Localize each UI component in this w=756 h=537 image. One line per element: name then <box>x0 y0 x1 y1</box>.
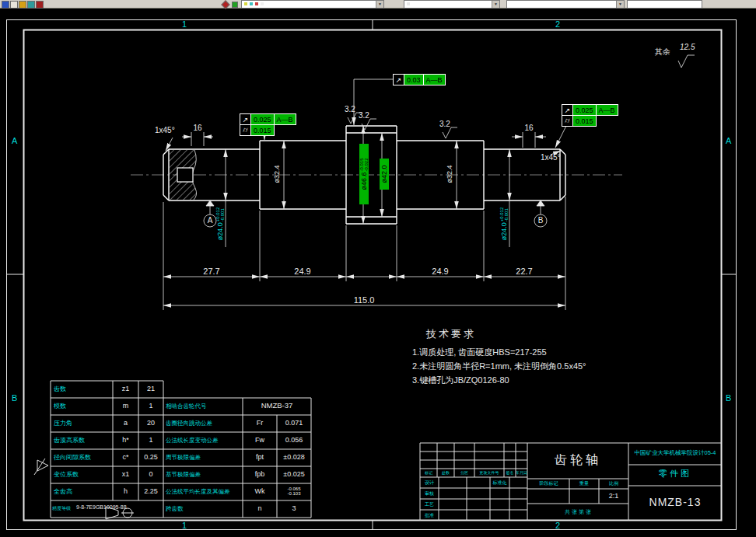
gdt-value: 0.03 <box>404 75 424 85</box>
layer-on-icon <box>244 2 247 5</box>
color-swatch-icon[interactable] <box>232 2 238 8</box>
param-sym: fpt <box>243 454 277 461</box>
cylindricity-icon: ⌭ <box>562 116 573 126</box>
roughness-gear-2: 3.2 <box>359 112 369 120</box>
dim-dia24-left: ø24.0 +0.012-0.001 <box>215 196 225 252</box>
dim-text: ø42.0 <box>381 166 388 183</box>
doc-type-label: 零件图 <box>630 469 720 478</box>
zone-label-top-2: 2 <box>555 20 560 29</box>
sig-design-label: 设计 <box>420 480 439 485</box>
param-val: 20 <box>138 420 163 427</box>
param-name: 模数 <box>54 403 66 410</box>
param-sym: c* <box>113 454 138 461</box>
roughness-rest-label: 其余 <box>655 48 670 56</box>
chevron-down-icon[interactable]: ▼ <box>376 1 383 8</box>
lower-dev: -0.103 <box>277 491 311 496</box>
layer-lock-icon <box>255 2 258 5</box>
param-name: 公法线平均长度及其偏差 <box>166 489 230 495</box>
gdt-frame-right-2: ⌭ 0.015 <box>562 115 597 127</box>
param-name: 变位系数 <box>54 472 79 478</box>
sig-standard-label: 标准化 <box>490 480 509 485</box>
drawing-number: NMZB-13 <box>630 497 720 507</box>
param-name: 相啮合齿轮代号 <box>166 403 207 410</box>
gdt-value: 0.025 <box>251 114 275 124</box>
param-name: 齿数 <box>54 386 66 392</box>
param-name: 跨齿数 <box>166 506 184 512</box>
param-sym: Wk <box>243 488 277 495</box>
param-sym: z1 <box>113 385 138 392</box>
dim-lower-tol: -0.001 <box>504 207 509 222</box>
weight-label: 重量 <box>570 481 598 486</box>
dim-dia42: ø42.0 <box>380 159 389 190</box>
runout-icon: ↗ <box>394 75 404 85</box>
roughness-rest-value: 12.5 <box>680 44 695 51</box>
param-sym: h* <box>113 437 138 444</box>
dim-text: ø32.4 <box>446 166 453 183</box>
param-val: 3 <box>277 505 311 512</box>
roughness-gear-1: 3.2 <box>345 106 355 113</box>
zone-label-right-b: B <box>726 394 731 403</box>
sig-approve-label: 批准 <box>420 513 439 518</box>
rev-header-sign: 签名 <box>504 471 516 475</box>
dim-dia32-left: ø32.4 <box>272 160 282 188</box>
datum-label-a: A <box>205 217 215 225</box>
gdt-datum-ref: A—B <box>597 105 618 115</box>
param-name: 周节极限偏差 <box>166 455 201 461</box>
dim-lower-tol: -0.001 <box>220 207 225 222</box>
param-name: 齿圈径向跳动公差 <box>166 420 212 427</box>
chamfer-right-label: 1x45° <box>541 154 561 162</box>
param-name: 公法线长度变动公差 <box>166 438 219 444</box>
rev-header-count: 处数 <box>437 471 454 475</box>
keyway-length-right: 16 <box>520 124 538 132</box>
dim-len-27-7: 27.7 <box>196 267 227 276</box>
param-val: 2.25 <box>138 488 163 495</box>
chevron-down-icon[interactable]: ▼ <box>616 1 624 8</box>
param-val: 1 <box>138 403 163 410</box>
runout-icon: ↗ <box>562 105 573 115</box>
param-sym: a <box>113 420 138 427</box>
rev-header-date: 年月日 <box>516 471 527 475</box>
param-name: 压力角 <box>54 420 72 427</box>
param-val: 0 <box>138 471 163 478</box>
rev-header-mark: 标记 <box>420 471 437 475</box>
gdt-value: 0.015 <box>251 125 274 135</box>
gdt-value: 0.025 <box>573 105 597 115</box>
bylayer-color-icon <box>407 2 410 5</box>
param-sym: Fr <box>243 420 277 427</box>
dim-text: ø32.4 <box>274 166 281 183</box>
dim-text: ø24.0 <box>501 222 508 240</box>
param-sym: n <box>243 505 277 512</box>
layer-color-icon <box>261 2 264 5</box>
param-val: 1 <box>138 437 163 444</box>
param-name: 径向间隙系数 <box>54 455 91 461</box>
scale-value: 2:1 <box>600 493 628 500</box>
dim-len-24-9-left: 24.9 <box>287 267 318 276</box>
param-sym: x1 <box>113 471 138 478</box>
runout-icon: ↗ <box>240 114 251 124</box>
param-val: 0.056 <box>277 437 311 444</box>
rev-header-zone: 分区 <box>454 471 474 475</box>
rev-header-doc-no: 更改文件号 <box>474 471 504 475</box>
dim-dia32-right: ø32.4 <box>445 160 454 188</box>
tech-req-item-1: 1.调质处理, 齿面硬度HBS=217-255 <box>412 348 547 357</box>
sheet-count-text: 共 张 第 张 <box>527 509 628 514</box>
dim-len-22-7: 22.7 <box>509 267 540 276</box>
cad-application-window: ▼ ▼ ▼ <box>0 0 756 537</box>
dim-text: ø46.6 <box>361 173 368 190</box>
dim-len-total: 115.0 <box>345 296 383 305</box>
param-val-tol: -0.065 -0.103 <box>277 486 311 496</box>
param-name: 齿顶高系数 <box>54 438 85 444</box>
dim-text: ø24.0 <box>217 222 224 240</box>
layer-freeze-icon <box>250 2 253 5</box>
gdt-datum-ref: A—B <box>424 75 445 85</box>
gdt-value: 0.015 <box>573 116 596 126</box>
part-name: 齿轮轴 <box>527 454 628 466</box>
chevron-down-icon[interactable]: ▼ <box>492 1 499 8</box>
zone-label-bottom-1: 1 <box>182 521 187 530</box>
gdt-datum-ref: A—B <box>275 114 296 124</box>
precision-value: 9-8-7E9GB10095-88 <box>76 504 127 510</box>
gdt-frame-top: ↗ 0.03 A—B <box>393 74 446 85</box>
zone-label-top-1: 1 <box>182 20 187 29</box>
dim-dia46: ø46.6 -0.015-0.022 <box>359 144 369 204</box>
param-val: ±0.025 <box>277 471 311 478</box>
